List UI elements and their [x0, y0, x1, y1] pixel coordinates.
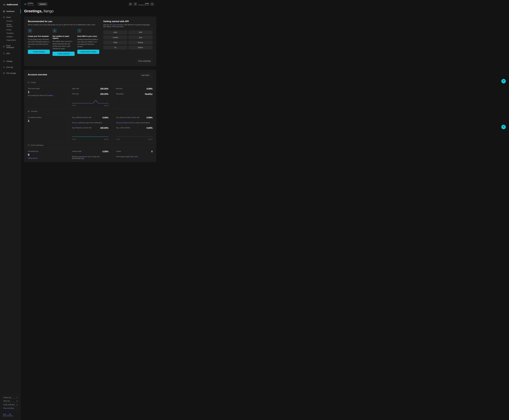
verified-domains-value: 1	[28, 119, 64, 123]
account-name: Aurelius	[28, 2, 34, 4]
nav-analytics-sub[interactable]: Analytics	[0, 35, 21, 38]
inbound-hint: Set up an inbound route to create conver…	[116, 122, 153, 124]
template-icon	[28, 29, 32, 33]
nav-settings[interactable]: Settings	[0, 59, 21, 63]
webhook-icon	[53, 29, 57, 33]
create-template-button[interactable]: Create template	[28, 50, 50, 54]
alert-icon	[3, 66, 5, 68]
requests-rate-label: Avg. Requests success rate	[72, 127, 92, 129]
lang-nodejs[interactable]: Node.js	[128, 40, 153, 45]
account-switcher[interactable]: Aurelius Plan: Free ⌄	[24, 2, 36, 6]
buy-more-link[interactable]: Buy more	[131, 156, 138, 158]
open-rate-value: 100.00%	[100, 88, 108, 90]
user-icon	[151, 3, 153, 5]
requests-rate-value: 100.00%	[100, 127, 108, 129]
lang-go[interactable]: Go	[103, 45, 127, 50]
create-webhook-button[interactable]: Create webhook	[53, 52, 75, 56]
bell-icon	[134, 3, 136, 5]
notifications-button[interactable]	[133, 2, 137, 6]
verify-icon	[28, 144, 30, 146]
nav-error-log[interactable]: Error log	[0, 65, 21, 69]
svg-rect-21	[79, 30, 80, 32]
nav-domains[interactable]: Domains	[0, 19, 21, 23]
enable-tracking-link[interactable]: Enable it	[47, 95, 54, 96]
limits-label: Avg. Limits reached	[116, 127, 130, 129]
reputation-value: Healthy	[145, 93, 153, 95]
svg-rect-2	[3, 11, 4, 12]
nav-activity[interactable]: Activity	[0, 28, 21, 31]
requests-sparkline: Jul 06Aug 03	[72, 133, 108, 140]
account-overview-panel: Account overview Last month⌄ Emails Tota…	[24, 70, 156, 162]
verified-lists-label: All verified lists	[28, 150, 64, 152]
getting-started-text: See our API Documentation with libraries…	[103, 24, 153, 28]
bounced-label: Bounced	[116, 88, 122, 90]
svg-rect-6	[3, 52, 4, 54]
nav-file-manager[interactable]: File manager	[0, 71, 21, 75]
chevron-down-icon: ⌄	[150, 75, 151, 76]
limits-value: 0.00%	[147, 127, 153, 129]
svg-rect-14	[130, 4, 130, 5]
lang-curl[interactable]: cURL	[103, 30, 127, 34]
reputation-label: Reputation	[116, 93, 124, 95]
card-webhook: Get notified of spam reports Be notified…	[53, 29, 75, 56]
card-sms-text: Sending transactional SMS is now easy an…	[77, 38, 99, 48]
logo[interactable]: mailersend	[0, 3, 21, 9]
apps-icon-button[interactable]	[129, 2, 132, 6]
nav-sms-label: SMS	[6, 52, 10, 54]
svg-rect-15	[131, 4, 131, 5]
lang-ruby[interactable]: Ruby	[103, 40, 127, 45]
lang-laravel[interactable]: Laravel	[103, 36, 127, 39]
nav-email-verification[interactable]: Email verification	[0, 44, 21, 50]
credits-label: Credits	[116, 150, 121, 152]
suppressions-lists-link[interactable]: suppressions lists	[78, 156, 91, 158]
nav-templates[interactable]: Templates	[0, 31, 21, 35]
verify-new-list-link[interactable]: Verify new list	[28, 157, 38, 159]
svg-rect-24	[28, 145, 30, 146]
click-rate-value: 100.00%	[100, 93, 108, 95]
gear-icon	[3, 60, 5, 62]
nav-error-log-label: Error log	[6, 66, 13, 68]
nav-email-label: Email	[6, 16, 10, 18]
create-phone-number-button[interactable]: Create phone number	[77, 50, 99, 54]
setup-inbound-link[interactable]: Set up an inbound route	[116, 122, 133, 124]
user-info: Ilango hello@aurelius.ink	[138, 2, 149, 6]
setup-webhook-link[interactable]: Set up a webhook	[72, 122, 85, 124]
recommended-title: Recommended for you	[28, 20, 99, 23]
upgrade-button[interactable]: Upgrade	[38, 2, 47, 6]
svg-rect-12	[130, 3, 130, 4]
user-menu[interactable]	[150, 2, 154, 6]
inbound-rate-value: 0.00%	[147, 117, 153, 119]
webhook-rate-label: Avg. webhook success rate	[72, 117, 91, 118]
nav-sender-identities[interactable]: Sender identities	[0, 23, 21, 28]
api-documentation-link[interactable]: API Documentation	[109, 24, 124, 26]
nav-file-manager-label: File manager	[6, 72, 16, 74]
lang-php[interactable]: PHP	[128, 30, 153, 34]
credits-value: 0	[151, 150, 153, 153]
emails-sparkline: Jul 06Aug 03	[72, 99, 108, 106]
mailersend-logo-icon	[3, 3, 6, 6]
nav-dashboard[interactable]: Dashboard	[0, 9, 21, 13]
webhook-hint: Set up a webhook to get event notificati…	[72, 122, 108, 124]
invalid-emails-value: 0.00%	[102, 150, 108, 153]
lang-python[interactable]: Python	[128, 45, 153, 50]
recommended-subtitle: We've curated a list of top help guides …	[28, 24, 99, 26]
svg-rect-5	[3, 46, 5, 47]
nav-email[interactable]: Email	[0, 15, 21, 19]
chevron-down-icon: ⌄	[35, 3, 36, 5]
open-rate-label: Open rate	[72, 88, 79, 90]
card-template: Create your first template Try the Drag …	[28, 29, 50, 56]
dashboard-icon	[3, 10, 5, 12]
lang-java[interactable]: Java	[128, 36, 153, 39]
account-plan: Plan: Free	[28, 4, 34, 6]
verified-domains-label: All verified domains	[28, 117, 64, 118]
nav-sms[interactable]: SMS	[0, 51, 21, 55]
date-filter-dropdown[interactable]: Last month⌄	[140, 73, 153, 77]
close-onboarding-button[interactable]: Close onboarding	[136, 59, 153, 63]
svg-rect-0	[3, 10, 4, 11]
svg-rect-1	[4, 10, 5, 11]
nav-suppressions[interactable]: Suppressions	[0, 38, 21, 42]
verified-lists-value: 0	[28, 153, 64, 157]
svg-point-16	[152, 3, 153, 4]
card-webhook-title: Get notified of spam reports	[53, 35, 75, 39]
section-header-emails: Emails	[24, 80, 156, 85]
